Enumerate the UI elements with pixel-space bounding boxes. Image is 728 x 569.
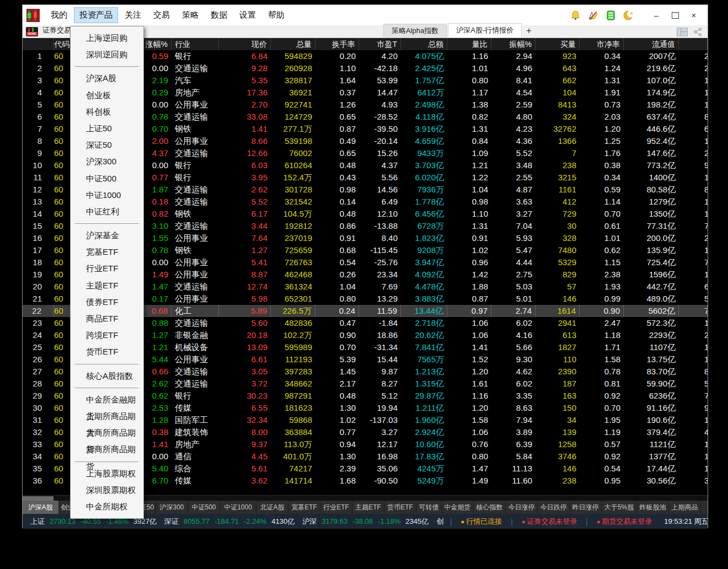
scrollbar-thumb[interactable] — [23, 496, 53, 501]
buy-volume: 328 — [536, 232, 580, 244]
menubar-item-投资产品[interactable]: 投资产品 — [74, 7, 118, 23]
column-header-14[interactable] — [679, 38, 708, 50]
column-header-现价[interactable]: 现价 — [219, 38, 271, 50]
menu-item-科创板[interactable]: 科创板 — [71, 104, 143, 120]
column-header-市净率[interactable]: 市净率 — [580, 38, 624, 50]
layout-icon[interactable] — [677, 28, 688, 36]
menu-item-沪深基金[interactable]: 沪深基金 — [71, 227, 143, 244]
board-tab-北证A股[interactable]: 北证A股 — [256, 501, 288, 514]
float-value: 17.44亿 — [624, 463, 679, 475]
industry: 钢铁 — [172, 244, 219, 256]
menu-item-中证1000[interactable]: 中证1000 — [71, 187, 143, 203]
price: 5.41 — [219, 256, 271, 269]
share-icon[interactable] — [693, 28, 702, 36]
maximize-button[interactable] — [667, 8, 683, 23]
float-value: 379.4亿 — [624, 426, 679, 438]
menubar: 我的投资产品关注交易策略数据设置帮助 — [23, 5, 708, 25]
amplitude: 7.94 — [491, 414, 536, 426]
column-header-量比[interactable]: 量比 — [447, 38, 491, 50]
home-icon[interactable]: HOME — [26, 27, 38, 36]
board-tab-可转债[interactable]: 可转债 — [416, 501, 442, 514]
tab-沪深A股-行情报价[interactable]: 沪深A股-行情报价 — [448, 23, 522, 37]
board-tab-宽基ETF[interactable]: 宽基ETF — [288, 501, 320, 514]
buy-volume: 1827 — [536, 341, 580, 353]
new-tab-button[interactable]: + — [523, 26, 537, 37]
board-tab-中证1000[interactable]: 中证1000 — [220, 501, 256, 514]
menu-item-主题ETF[interactable]: 主题ETF — [71, 277, 143, 294]
menu-item-核心A股指数[interactable]: 核心A股指数 — [71, 368, 143, 384]
menu-item-深证50[interactable]: 深证50 — [71, 137, 143, 153]
board-tab-核心指数[interactable]: 核心指数 — [474, 501, 506, 514]
float-value: 725.4亿 — [624, 256, 679, 269]
menu-item-宽基ETF[interactable]: 宽基ETF — [71, 244, 143, 260]
menu-item-商品ETF[interactable]: 商品ETF — [71, 310, 143, 327]
tab-策略Alpha指数[interactable]: 策略Alpha指数 — [383, 24, 447, 37]
list-icon[interactable] — [607, 10, 615, 20]
menubar-item-帮助[interactable]: 帮助 — [263, 7, 290, 23]
turnover-rate: 0.26 — [315, 269, 359, 281]
menu-item-跨境ETF[interactable]: 跨境ETF — [71, 327, 143, 343]
menu-item-沪深A股[interactable]: 沪深A股 — [71, 70, 143, 87]
bell-icon[interactable] — [571, 10, 580, 20]
menu-item-中金所期权[interactable]: 中金所期权 — [71, 498, 143, 515]
column-header-市盈T[interactable]: 市盈T — [359, 38, 401, 50]
column-header-总量[interactable]: 总量 — [271, 38, 315, 50]
menu-item-上海股票期权[interactable]: 上海股票期权 — [71, 465, 143, 482]
menu-item-上证50[interactable]: 上证50 — [71, 120, 143, 137]
menu-item-深圳股票期权[interactable]: 深圳股票期权 — [71, 482, 143, 498]
menubar-item-数据[interactable]: 数据 — [205, 7, 233, 23]
volume: 397283 — [271, 366, 315, 378]
menu-item-郑商所商品期货[interactable]: 郑商所商品期货 — [71, 441, 143, 458]
menu-item-大商所商品期货[interactable]: 大商所商品期货 — [71, 425, 143, 441]
board-tab-中金期货[interactable]: 中金期货 — [442, 501, 474, 514]
column-header-0[interactable] — [23, 38, 54, 50]
menu-item-行业ETF[interactable]: 行业ETF — [71, 260, 143, 277]
pe-ratio: -25.76 — [359, 256, 401, 269]
board-tab-炸板股池[interactable]: 炸板股池 — [637, 501, 669, 514]
close-button[interactable]: × — [686, 8, 702, 23]
column-header-行业[interactable]: 行业 — [172, 38, 219, 50]
industry: 交通运输 — [172, 378, 219, 390]
menu-item-中证500[interactable]: 中证500 — [71, 170, 143, 187]
volume: 482836 — [271, 317, 315, 329]
column-header-流通值[interactable]: 流通值 — [624, 38, 679, 50]
menubar-item-交易[interactable]: 交易 — [148, 7, 175, 23]
menu-item-深圳逆回购[interactable]: 深圳逆回购 — [71, 46, 143, 63]
board-tab-昨日涨停[interactable]: 昨日涨停 — [570, 501, 602, 514]
menubar-item-关注[interactable]: 关注 — [119, 7, 147, 23]
menu-item-货币ETF[interactable]: 货币ETF — [71, 343, 143, 360]
menu-item-创业板[interactable]: 创业板 — [71, 87, 143, 104]
turnover-rate: 0.43 — [315, 171, 359, 184]
board-tab-主题ETF[interactable]: 主题ETF — [352, 501, 384, 514]
column-header-总额[interactable]: 总额 — [401, 38, 447, 50]
board-tab-今日涨停[interactable]: 今日涨停 — [506, 501, 538, 514]
board-tab-货币ETF[interactable]: 货币ETF — [384, 501, 416, 514]
board-tab-行业ETF[interactable]: 行业ETF — [320, 501, 352, 514]
board-tab-今日跌停[interactable]: 今日跌停 — [538, 501, 570, 514]
column-header-买量[interactable]: 买量 — [536, 38, 580, 50]
price: 5.35 — [219, 74, 271, 87]
board-tab-中证500[interactable]: 中证500 — [188, 501, 220, 514]
menubar-item-策略[interactable]: 策略 — [176, 7, 204, 23]
moon-icon[interactable] — [623, 10, 635, 20]
float-value: 1121亿 — [624, 438, 679, 450]
menu-item-中证红利[interactable]: 中证红利 — [71, 203, 143, 220]
edit-icon[interactable] — [588, 10, 599, 20]
menu-item-沪深300[interactable]: 沪深300 — [71, 153, 143, 170]
menu-item-债券ETF[interactable]: 债券ETF — [71, 294, 143, 310]
menubar-item-设置[interactable]: 设置 — [234, 7, 261, 23]
minimize-button[interactable]: – — [648, 8, 665, 23]
board-tab-沪深A股[interactable]: 沪深A股 — [23, 501, 59, 514]
amplitude: 5.01 — [491, 293, 536, 305]
board-tab-大于5%股[interactable]: 大于5%股 — [602, 501, 637, 514]
column-header-换手率[interactable]: 换手率 — [315, 38, 359, 50]
board-tab-上期商品[interactable]: 上期商品 — [669, 501, 701, 514]
menubar-item-我的[interactable]: 我的 — [45, 7, 73, 23]
menu-item-上海逆回购[interactable]: 上海逆回购 — [71, 30, 143, 46]
menu-item-上期所商品期货[interactable]: 上期所商品期货 — [71, 408, 143, 425]
turnover-rate: 0.14 — [315, 196, 359, 208]
home-tab-label[interactable]: 证券交易 — [42, 25, 71, 35]
menu-item-中金所金融期货[interactable]: 中金所金融期货 — [71, 391, 143, 408]
column-header-振幅%[interactable]: 振幅% — [491, 38, 536, 50]
board-tab-沪深300[interactable]: 沪深300 — [156, 501, 188, 514]
